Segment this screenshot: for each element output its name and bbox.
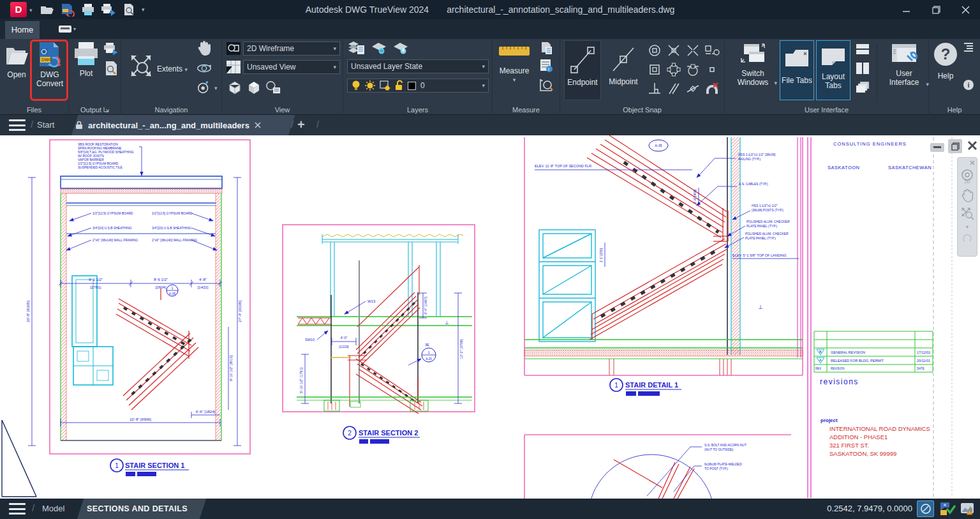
- ribbon-tab-row: Home ▾: [0, 19, 980, 39]
- layout-tabs-toggle[interactable]: Layout Tabs: [816, 40, 850, 100]
- layout-tab[interactable]: SECTIONS AND DETAILS: [87, 499, 188, 519]
- navbar-pan-icon[interactable]: [960, 188, 974, 202]
- tile-vertically-icon[interactable]: [855, 61, 870, 76]
- minimize-button[interactable]: [892, 0, 921, 19]
- snap-tangent-icon[interactable]: [685, 62, 701, 77]
- zoom-extents-dropdown[interactable]: Extents ▾: [157, 64, 188, 73]
- drawing-title: STAIR DETAIL 1: [625, 381, 678, 389]
- drawing-close-button[interactable]: [965, 138, 980, 153]
- layout-menu-icon[interactable]: [9, 503, 26, 515]
- steering-wheel-caret-icon[interactable]: ▾: [214, 85, 218, 91]
- snap-off-icon[interactable]: [704, 81, 720, 96]
- zoom-extents-icon[interactable]: [126, 50, 156, 82]
- user-interface-button[interactable]: User Interface ▾: [882, 41, 926, 87]
- plot-button[interactable]: Plot: [71, 41, 101, 78]
- dwg-convert-button[interactable]: DWG DWG Convert: [34, 41, 66, 88]
- navbar-zoom-icon[interactable]: [960, 206, 974, 220]
- drawing-title: STAIR SECTION 1: [125, 462, 184, 469]
- file-tab-menu-icon[interactable]: [9, 119, 26, 131]
- layer-unlock-icon[interactable]: [394, 80, 404, 91]
- layer-dropdown[interactable]: 0 ▾: [347, 79, 489, 93]
- close-tab-icon[interactable]: [255, 122, 261, 128]
- view-manager-icon[interactable]: [265, 80, 281, 95]
- layer-color-swatch[interactable]: [408, 82, 416, 90]
- restore-button[interactable]: [921, 0, 951, 19]
- isometric-drafting-toggle[interactable]: [917, 500, 934, 517]
- cascade-icon[interactable]: [855, 80, 870, 95]
- snap-center-icon[interactable]: [647, 43, 662, 58]
- snap-node-icon[interactable]: [704, 62, 720, 77]
- snap-intersection-icon[interactable]: [666, 43, 681, 58]
- model-tab[interactable]: Model: [42, 499, 64, 519]
- snap-parallel-icon[interactable]: [666, 81, 681, 96]
- navbar-caret-icon[interactable]: ▾: [966, 224, 969, 230]
- open-icon[interactable]: [40, 2, 55, 17]
- close-button[interactable]: [951, 0, 980, 19]
- snap-apparent-intersection-icon[interactable]: [685, 43, 701, 58]
- layer-properties-icon[interactable]: [347, 40, 365, 56]
- help-button[interactable]: ? Help: [932, 41, 960, 80]
- visual-style-dropdown[interactable]: 2D Wireframe▾: [243, 41, 340, 56]
- dwg-convert-icon[interactable]: [60, 2, 75, 17]
- svg-text:SASKATOON, SK 99999: SASKATOON, SK 99999: [829, 450, 896, 457]
- properties-palette-icon[interactable]: [538, 40, 554, 56]
- stair-section-1-annotations: SBS ROOF RESTORATION SPRA ROOFING MEMBRA…: [26, 142, 242, 421]
- graphics-performance-button[interactable]: [959, 500, 976, 517]
- plot-icon[interactable]: [80, 2, 96, 17]
- switch-windows-button[interactable]: Switch Windows ▾: [730, 41, 776, 87]
- navbar-orbit-icon[interactable]: [961, 234, 973, 241]
- snap-extension-icon[interactable]: [704, 43, 720, 58]
- application-menu-button[interactable]: D: [10, 2, 27, 17]
- batch-plot-icon[interactable]: [101, 2, 116, 17]
- plot-preview-icon[interactable]: [121, 2, 137, 17]
- snap-endpoint-button[interactable]: Endpoint: [564, 40, 601, 100]
- svg-text:HSS 1-1/2"x1-1/2" [38x38]: HSS 1-1/2"x1-1/2" [38x38]: [738, 153, 776, 156]
- ribbon-collapse-control[interactable]: ▾: [59, 24, 80, 34]
- drawing-restore-button[interactable]: [948, 139, 962, 153]
- snap-perpendicular-icon[interactable]: [647, 81, 662, 96]
- layer-on-icon[interactable]: [351, 80, 361, 91]
- help-topics-icon[interactable]: [962, 41, 975, 53]
- navigation-wheel-icon[interactable]: 2D: [960, 169, 974, 184]
- application-menu-caret-icon[interactable]: ▾: [29, 7, 33, 13]
- quick-measure-icon[interactable]: [538, 77, 554, 93]
- drawing-minimize-button[interactable]: [930, 143, 944, 152]
- qat-customize-caret-icon[interactable]: ▾: [142, 6, 145, 13]
- batch-plot-icon[interactable]: [103, 41, 119, 57]
- tile-horizontally-icon[interactable]: [855, 41, 870, 57]
- stair-section-2-drawing: [283, 225, 475, 414]
- annotation-monitor-button[interactable]: [939, 500, 956, 517]
- layer-vp-freeze-icon[interactable]: [379, 80, 390, 91]
- snap-nearest-icon[interactable]: [685, 81, 701, 96]
- layer-thaw-icon[interactable]: [364, 80, 376, 91]
- quick-properties-icon[interactable]: i: [538, 58, 554, 73]
- box-shaded-icon[interactable]: [246, 80, 262, 95]
- drawing-canvas[interactable]: 1 A-35: [0, 135, 980, 499]
- pan-icon[interactable]: [197, 40, 212, 56]
- info-icon[interactable]: i: [962, 79, 975, 91]
- new-tab-button[interactable]: +: [297, 117, 305, 132]
- named-view-dropdown[interactable]: Unsaved View▾: [243, 60, 340, 74]
- tab-start[interactable]: Start: [37, 115, 54, 135]
- layer-isolate-icon[interactable]: [370, 40, 388, 56]
- open-button[interactable]: Open: [3, 41, 31, 79]
- navigation-bar[interactable]: 2D ▾: [957, 157, 977, 257]
- layer-state-dropdown[interactable]: Unsaved Layer State▾: [347, 59, 489, 73]
- active-file-tab[interactable]: architectural_-_an...ng_and_multileaders: [75, 115, 261, 135]
- panel-layers: Unsaved Layer State▾ 0 ▾ Layers: [343, 39, 493, 115]
- snap-insertion-icon[interactable]: [647, 62, 662, 77]
- navbar-close-icon[interactable]: [970, 160, 975, 165]
- box-wireframe-icon[interactable]: [227, 80, 242, 95]
- orbit-icon[interactable]: [197, 61, 212, 76]
- svg-text:[1219]: [1219]: [339, 345, 349, 349]
- snap-midpoint-button[interactable]: Midpoint: [604, 40, 643, 100]
- steering-wheel-icon[interactable]: [197, 80, 212, 95]
- measure-button[interactable]: Measure ▾: [495, 43, 533, 84]
- preview-icon[interactable]: [103, 61, 119, 76]
- layer-unisolate-icon[interactable]: [392, 40, 410, 56]
- user-interface-label: User Interface: [883, 69, 925, 87]
- dialog-launcher-icon[interactable]: [103, 107, 109, 112]
- file-tabs-toggle[interactable]: File Tabs: [780, 40, 814, 100]
- tab-home[interactable]: Home: [5, 21, 40, 39]
- snap-geometric-center-icon[interactable]: [666, 62, 681, 77]
